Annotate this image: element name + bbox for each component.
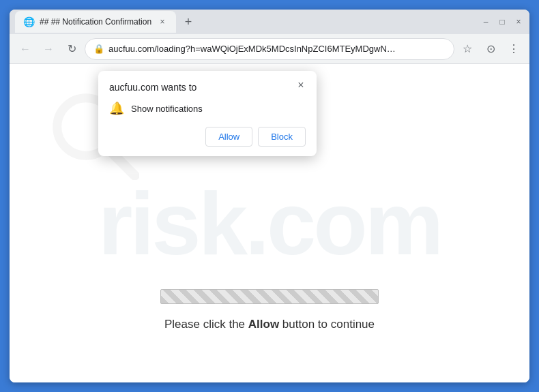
address-bar[interactable]: 🔒 aucfuu.com/loading?h=waWQiOjExMDk5MDcs… xyxy=(85,38,454,60)
notification-permission-dialog: × aucfuu.com wants to 🔔 Show notificatio… xyxy=(98,71,317,156)
permission-label: Show notifications xyxy=(131,104,203,114)
page-message: Please click the Allow button to continu… xyxy=(164,318,375,331)
maximize-button[interactable]: □ xyxy=(497,16,508,27)
message-prefix: Please click the xyxy=(164,318,248,331)
close-button[interactable]: × xyxy=(513,16,524,27)
menu-icon[interactable]: ⋮ xyxy=(504,39,524,59)
tab-close-button[interactable]: × xyxy=(157,16,168,27)
account-icon[interactable]: ⊙ xyxy=(480,39,501,59)
new-tab-button[interactable]: + xyxy=(179,12,198,31)
dialog-actions: Allow Block xyxy=(109,127,306,147)
watermark-text: risk.com xyxy=(98,172,441,275)
bell-icon: 🔔 xyxy=(109,101,124,116)
title-bar: 🌐 ## ## Notification Confirmation × + – … xyxy=(10,10,529,34)
allow-button[interactable]: Allow xyxy=(205,127,252,147)
lock-icon: 🔒 xyxy=(93,44,104,54)
bookmark-star-icon[interactable]: ☆ xyxy=(457,39,478,59)
dialog-title: aucfuu.com wants to xyxy=(109,82,306,93)
tab-title: ## ## Notification Confirmation xyxy=(40,17,151,27)
forward-button[interactable]: → xyxy=(38,39,59,59)
progress-container xyxy=(160,289,379,304)
progress-bar xyxy=(160,289,379,304)
reload-button[interactable]: ↻ xyxy=(61,39,82,59)
url-text: aucfuu.com/loading?h=waWQiOjExMDk5MDcsIn… xyxy=(108,44,446,54)
dialog-close-button[interactable]: × xyxy=(293,78,308,93)
minimize-button[interactable]: – xyxy=(480,16,491,27)
tab-favicon-icon: 🌐 xyxy=(23,16,34,27)
page-content: risk.com × aucfuu.com wants to 🔔 Show no… xyxy=(10,64,529,382)
permission-row: 🔔 Show notifications xyxy=(109,101,306,116)
window-controls: – □ × xyxy=(480,16,524,27)
back-button[interactable]: ← xyxy=(15,39,35,59)
message-bold: Allow xyxy=(248,318,279,331)
block-button[interactable]: Block xyxy=(258,127,306,147)
active-tab[interactable]: 🌐 ## ## Notification Confirmation × xyxy=(15,11,176,33)
message-suffix: button to continue xyxy=(279,318,375,331)
browser-window: 🌐 ## ## Notification Confirmation × + – … xyxy=(10,10,529,382)
tab-strip: 🌐 ## ## Notification Confirmation × + xyxy=(15,11,478,33)
nav-bar: ← → ↻ 🔒 aucfuu.com/loading?h=waWQiOjExMD… xyxy=(10,34,529,64)
